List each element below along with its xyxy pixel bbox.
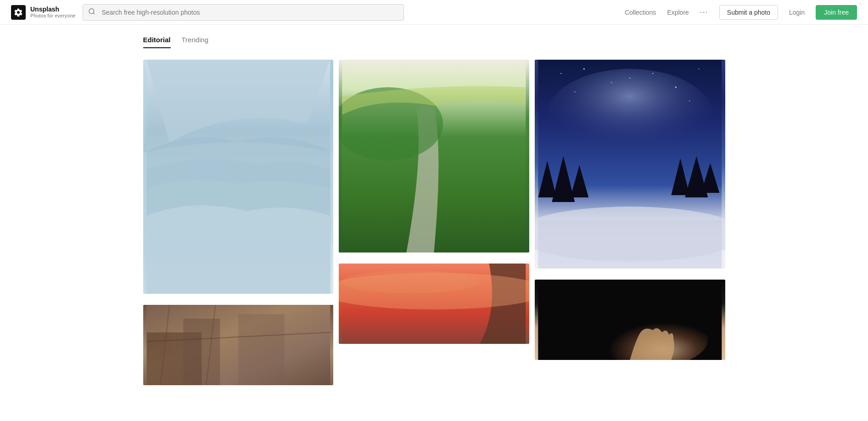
tabs: Editorial Trending — [143, 36, 725, 49]
svg-point-26 — [689, 101, 690, 101]
svg-point-15 — [342, 270, 480, 293]
logo-text: Unsplash Photos for everyone — [30, 6, 75, 19]
photo-item[interactable] — [535, 280, 725, 360]
svg-point-0 — [89, 9, 94, 14]
svg-point-25 — [629, 78, 630, 79]
tab-trending[interactable]: Trending — [182, 36, 209, 48]
search-bar — [83, 4, 404, 21]
photo-item[interactable] — [143, 60, 334, 294]
photo-item[interactable] — [339, 60, 529, 253]
nav-explore[interactable]: Explore — [667, 9, 689, 16]
login-button[interactable]: Login — [789, 9, 805, 16]
camera-icon — [14, 8, 23, 17]
logo-tagline: Photos for everyone — [30, 13, 75, 19]
logo[interactable]: Unsplash Photos for everyone — [11, 5, 75, 20]
search-icon — [88, 8, 95, 17]
svg-point-19 — [583, 68, 585, 70]
svg-point-18 — [560, 73, 561, 74]
svg-rect-7 — [238, 314, 284, 385]
svg-point-21 — [652, 73, 653, 74]
nav-more[interactable]: ··· — [700, 7, 708, 17]
svg-point-20 — [611, 82, 612, 83]
photo-item[interactable] — [535, 60, 725, 269]
photo-item[interactable] — [339, 264, 529, 344]
header: Unsplash Photos for everyone Collections… — [0, 0, 868, 25]
svg-point-17 — [547, 69, 712, 161]
nav-collections[interactable]: Collections — [625, 9, 656, 16]
svg-rect-6 — [183, 319, 220, 385]
svg-rect-28 — [538, 220, 722, 269]
tab-editorial[interactable]: Editorial — [143, 36, 171, 48]
svg-point-22 — [675, 87, 677, 88]
nav-links: Collections Explore ··· Submit a photo L… — [625, 5, 857, 20]
logo-name: Unsplash — [30, 6, 75, 13]
search-input[interactable] — [83, 4, 404, 21]
photo-grid — [143, 60, 725, 391]
logo-icon — [11, 5, 26, 20]
photo-item[interactable] — [143, 305, 334, 385]
main-content: Editorial Trending — [136, 25, 733, 391]
svg-point-24 — [574, 91, 575, 92]
svg-point-23 — [698, 68, 699, 69]
submit-photo-button[interactable]: Submit a photo — [719, 5, 778, 20]
svg-line-1 — [94, 13, 95, 14]
join-free-button[interactable]: Join free — [816, 5, 857, 20]
